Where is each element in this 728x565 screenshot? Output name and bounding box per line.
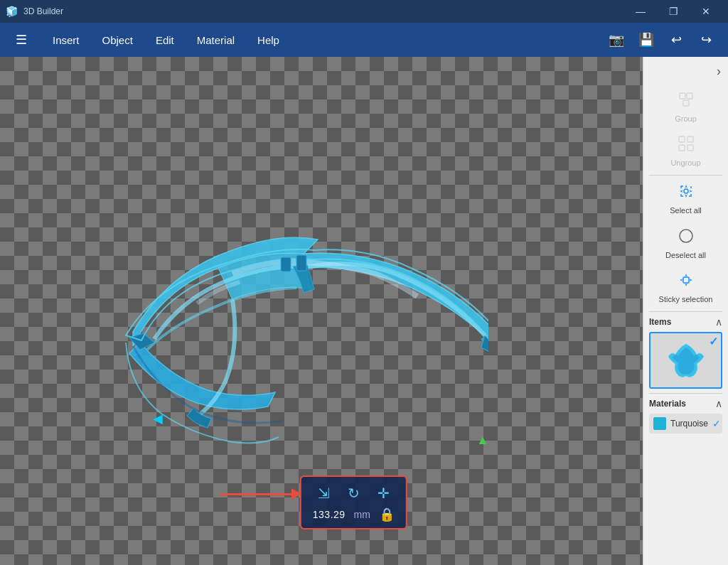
undo-icon: ↩ [671, 32, 682, 48]
dimension-unit: mm [354, 509, 370, 520]
rotate-button[interactable]: ↻ [343, 483, 364, 504]
material-check-icon: ✓ [712, 418, 721, 429]
window-controls: — ❐ ✕ [624, 0, 722, 23]
menu-material[interactable]: Material [187, 30, 245, 50]
bottom-toolbar: ⇲ ↻ ✛ 133.29 mm 🔒 [300, 475, 407, 529]
deselect-all-label: Deselect all [665, 251, 706, 260]
ungroup-icon [678, 135, 695, 156]
sidebar-divider-2 [649, 311, 722, 312]
close-button[interactable]: ✕ [690, 0, 722, 23]
sidebar-divider-3 [649, 393, 722, 394]
material-turquoise[interactable]: Turquoise ✓ [649, 414, 722, 434]
undo-button[interactable]: ↩ [663, 26, 690, 53]
app-title: 3D Builder [23, 6, 63, 16]
svg-rect-7 [679, 145, 685, 151]
sidebar: › Group [643, 57, 728, 565]
svg-rect-11 [683, 277, 689, 283]
toolbar-bottom-row: 133.29 mm 🔒 [313, 507, 395, 522]
sticky-selection-label: Sticky selection [659, 295, 713, 304]
svg-point-9 [684, 189, 688, 193]
material-color-swatch [653, 417, 666, 430]
svg-rect-3 [687, 93, 692, 99]
save-button[interactable]: 💾 [633, 26, 660, 53]
svg-rect-5 [679, 136, 685, 142]
move-button[interactable]: ✛ [373, 483, 394, 504]
menu-object[interactable]: Object [92, 30, 143, 50]
main-layout: ◀ ▲ [0, 57, 728, 565]
select-all-icon [678, 183, 695, 204]
hamburger-icon: ☰ [16, 32, 27, 48]
arrow-line [220, 493, 291, 495]
chevron-up-icon: ∧ [715, 316, 722, 328]
svg-rect-6 [687, 136, 693, 142]
minimize-button[interactable]: — [624, 0, 657, 23]
materials-collapse-button[interactable]: ∧ [715, 398, 722, 409]
resize-button[interactable]: ⇲ [313, 483, 334, 504]
deselect-all-icon [678, 227, 695, 249]
material-name: Turquoise [670, 419, 708, 429]
menu-bar: ☰ Insert Object Edit Material Help 📷 💾 ↩… [0, 23, 728, 57]
lock-button[interactable]: 🔒 [379, 507, 395, 522]
rotate-icon: ↻ [348, 485, 360, 502]
maximize-button[interactable]: ❐ [657, 0, 690, 23]
items-label: Items [649, 317, 671, 327]
viewport[interactable]: ◀ ▲ [0, 57, 643, 565]
svg-rect-1 [296, 255, 306, 271]
menu-help[interactable]: Help [247, 30, 289, 50]
menu-insert[interactable]: Insert [43, 30, 90, 50]
hamburger-button[interactable]: ☰ [9, 27, 34, 53]
ungroup-label: Ungroup [670, 158, 700, 168]
save-icon: 💾 [638, 32, 654, 48]
redo-icon: ↪ [701, 32, 712, 48]
select-all-label: Select all [670, 206, 702, 215]
lock-icon: 🔒 [379, 507, 395, 522]
sticky-selection-icon [678, 271, 695, 293]
item-check-icon: ✓ [709, 335, 718, 348]
group-icon [678, 91, 695, 112]
chevron-right-icon: › [717, 64, 721, 79]
toolbar-top-row: ⇲ ↻ ✛ [313, 483, 394, 504]
select-all-button[interactable]: Select all [643, 177, 728, 221]
group-button[interactable]: Group [643, 85, 728, 129]
item-thumbnail[interactable]: ✓ [649, 332, 722, 389]
materials-label: Materials [649, 399, 686, 409]
camera-button[interactable]: 📷 [603, 26, 630, 53]
app-icon: 🧊 [6, 6, 18, 17]
resize-icon: ⇲ [318, 485, 330, 502]
sidebar-actions: Group Ungroup [643, 85, 728, 310]
group-label: Group [675, 114, 697, 124]
3d-object [90, 147, 488, 446]
red-arrow [220, 488, 301, 500]
sidebar-collapse-button[interactable]: › [643, 57, 728, 85]
svg-rect-0 [281, 257, 291, 271]
svg-point-10 [680, 230, 692, 242]
sidebar-divider-1 [649, 175, 722, 176]
svg-rect-4 [683, 100, 689, 106]
dimension-value: 133.29 [313, 509, 346, 520]
camera-icon: 📷 [609, 32, 624, 48]
deselect-all-button[interactable]: Deselect all [643, 222, 728, 266]
materials-chevron-up-icon: ∧ [715, 398, 722, 409]
menu-edit[interactable]: Edit [146, 30, 184, 50]
svg-rect-8 [687, 145, 693, 151]
title-bar: 🧊 3D Builder — ❐ ✕ [0, 0, 728, 23]
svg-rect-2 [680, 93, 685, 99]
ungroup-button[interactable]: Ungroup [643, 129, 728, 173]
items-header: Items ∧ [643, 313, 728, 329]
materials-header: Materials ∧ [643, 395, 728, 411]
move-icon: ✛ [378, 485, 390, 502]
items-collapse-button[interactable]: ∧ [715, 316, 722, 328]
sticky-selection-button[interactable]: Sticky selection [643, 266, 728, 310]
redo-button[interactable]: ↪ [692, 26, 719, 53]
